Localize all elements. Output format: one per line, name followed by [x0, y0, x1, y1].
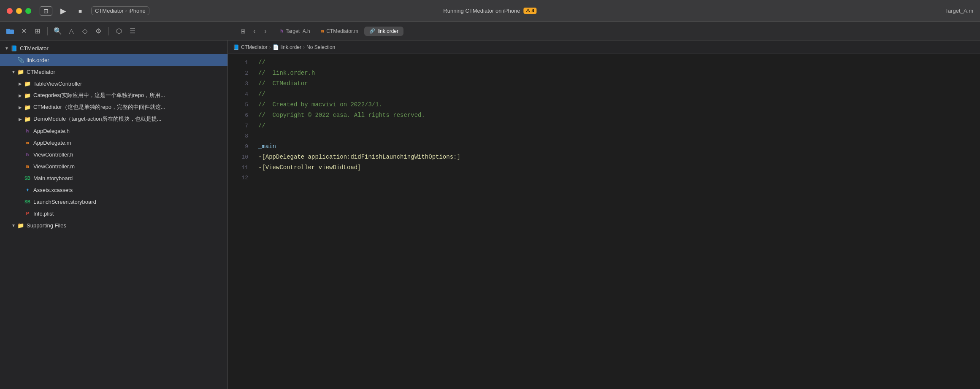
sidebar-item-tableviewcontroller[interactable]: ▶ 📁 TableViewController	[0, 78, 227, 89]
stop-button[interactable]: ■	[74, 5, 86, 17]
tab-icon-link: 🔗	[369, 28, 375, 34]
sidebar-item-launchscreen-storyboard[interactable]: SB LaunchScreen.storyboard	[0, 196, 227, 208]
breadcrumb-sep-1: ›	[269, 44, 271, 50]
sidebar-toggle-icon: ⊡	[43, 8, 49, 14]
titlebar: ⊡ ▶ ■ CTMediator › iPhone Running CTMedi…	[0, 0, 980, 22]
code-editor[interactable]: 1 // 2 // link.order.h 3 // CTMediator 4…	[228, 54, 980, 389]
sidebar-item-assets-xcassets[interactable]: ✦ Assets.xcassets	[0, 184, 227, 196]
line-number: 11	[228, 163, 248, 173]
disclosure-icon: ▶	[17, 80, 24, 87]
sidebar-item-ctmediator-folder[interactable]: ▼ 📁 CTMediator	[0, 66, 227, 78]
code-line-2: 2 // link.order.h	[228, 68, 980, 78]
disclosure-icon: ▶	[17, 116, 24, 122]
diamond-icon[interactable]: ◇	[80, 26, 90, 36]
tab-label-link-order: link.order	[378, 28, 398, 34]
sidebar-item-supporting-files[interactable]: ▼ 📁 Supporting Files	[0, 219, 227, 231]
warning-triangle-icon[interactable]: △	[66, 26, 76, 36]
run-button[interactable]: ▶	[57, 5, 69, 17]
line-content: // Created by macvivi on 2022/3/1.	[258, 100, 382, 110]
disclosure-icon	[17, 198, 24, 205]
disclosure-icon	[17, 186, 24, 193]
sidebar-item-link-order[interactable]: 📎 link.order	[0, 54, 227, 66]
search-icon[interactable]: 🔍	[53, 26, 63, 36]
code-line-7: 7 //	[228, 121, 980, 131]
sidebar-item-appdelegate-h[interactable]: h AppDelegate.h	[0, 125, 227, 137]
disclosure-icon	[17, 210, 24, 217]
editor-area: 📘 CTMediator › 📄 link.order › No Selecti…	[228, 41, 980, 389]
sidebar-toggle-button[interactable]: ⊡	[40, 6, 52, 16]
folder-icon[interactable]	[5, 26, 15, 36]
line-number: 9	[228, 142, 248, 152]
layout-icon[interactable]: ⊞	[32, 26, 42, 36]
list-icon[interactable]: ☰	[127, 26, 138, 36]
code-line-11: 11 -[ViewController viewDidLoad]	[228, 162, 980, 173]
device-name: iPhone	[128, 8, 145, 14]
breadcrumb-ctmediator-label: CTMediator	[241, 44, 268, 50]
file-type-icon: SB	[24, 174, 31, 182]
tab-icon-h: h	[280, 28, 283, 34]
line-number: 12	[228, 173, 248, 183]
file-type-icon: 📎	[17, 56, 24, 64]
file-type-icon: 📁	[17, 68, 24, 76]
maximize-button[interactable]	[25, 8, 31, 14]
right-file-label: Target_A.m	[945, 8, 973, 14]
tag-icon[interactable]: ⬡	[114, 26, 124, 36]
tab-ctmediator-m[interactable]: m CTMediator.m	[316, 27, 363, 36]
breadcrumb-no-selection[interactable]: No Selection	[306, 44, 335, 50]
code-line-10: 10 -[AppDelegate application:didFinishLa…	[228, 152, 980, 162]
file-type-icon: 📘	[10, 44, 18, 52]
tab-link-order[interactable]: 🔗 link.order	[364, 27, 403, 36]
sidebar-item-demomodule[interactable]: ▶ 📁 DemoModule（target-action所在的模块，也就是提..…	[0, 113, 227, 125]
nav-forward-button[interactable]: ›	[261, 27, 270, 36]
line-number: 8	[228, 131, 248, 141]
line-number: 3	[228, 79, 248, 89]
line-content: //	[258, 121, 265, 131]
breadcrumb-ctmediator[interactable]: 📘 CTMediator	[233, 44, 268, 50]
disclosure-icon: ▼	[3, 45, 10, 51]
file-type-icon: SB	[24, 198, 31, 205]
disclosure-icon	[10, 57, 17, 63]
sidebar-item-viewcontroller-m[interactable]: m ViewController.m	[0, 160, 227, 172]
sidebar-item-label: Info.plist	[33, 211, 224, 217]
chevron-right-icon: ›	[125, 8, 127, 13]
sidebar-item-info-plist[interactable]: P Info.plist	[0, 208, 227, 219]
line-number: 7	[228, 121, 248, 131]
sidebar-item-ctmediator-root[interactable]: ▼ 📘 CTMediator	[0, 42, 227, 54]
sidebar-item-viewcontroller-h[interactable]: h ViewController.h	[0, 149, 227, 160]
minimize-button[interactable]	[16, 8, 22, 14]
scheme-selector[interactable]: CTMediator › iPhone	[91, 6, 149, 15]
tab-label-ctmediator-m: CTMediator.m	[326, 28, 358, 34]
line-content: //	[258, 57, 265, 68]
sidebar-item-categories[interactable]: ▶ 📁 Categories(实际应用中，这是一个单独的repo，所用...	[0, 89, 227, 101]
disclosure-icon: ▶	[17, 104, 24, 111]
titlebar-right-file: Target_A.m	[945, 8, 973, 14]
sidebar-item-main-storyboard[interactable]: SB Main.storyboard	[0, 172, 227, 184]
toolbar-divider-2	[108, 27, 109, 35]
code-line-6: 6 // Copyright © 2022 casa. All rights r…	[228, 110, 980, 121]
breadcrumb-link-order[interactable]: 📄 link.order	[273, 44, 301, 50]
sidebar-item-label: LaunchScreen.storyboard	[33, 199, 224, 205]
nav-back-button[interactable]: ‹	[250, 27, 259, 36]
file-type-icon: 📁	[24, 115, 31, 123]
breadcrumb-file-icon: 📄	[273, 44, 279, 50]
tab-target-a-h[interactable]: h Target_A.h	[275, 27, 315, 36]
disclosure-icon: ▼	[10, 222, 17, 229]
tab-label-target-a-h: Target_A.h	[286, 28, 310, 34]
file-type-icon: 📁	[24, 103, 31, 111]
gear-icon[interactable]: ⚙	[93, 26, 103, 36]
breadcrumb-bar: 📘 CTMediator › 📄 link.order › No Selecti…	[228, 41, 980, 54]
sidebar-item-ctmediator2[interactable]: ▶ 📁 CTMediator（这也是单独的repo，完整的中间件就这...	[0, 101, 227, 113]
warning-badge[interactable]: ⚠ 4	[523, 8, 536, 14]
close-button[interactable]	[7, 8, 13, 14]
sidebar-item-label: Assets.xcassets	[33, 187, 224, 193]
sidebar-item-label: Supporting Files	[27, 222, 224, 229]
close-x-icon[interactable]: ✕	[19, 26, 29, 36]
grid-view-button[interactable]: ⊞	[238, 26, 248, 36]
disclosure-icon	[17, 163, 24, 170]
code-line-9: 9 _main	[228, 141, 980, 152]
sidebar-item-label: Categories(实际应用中，这是一个单独的repo，所用...	[33, 92, 224, 99]
window-controls[interactable]	[7, 8, 31, 14]
sidebar-item-label: CTMediator	[20, 45, 224, 51]
sidebar-item-appdelegate-m[interactable]: m AppDelegate.m	[0, 137, 227, 149]
disclosure-icon	[17, 175, 24, 181]
